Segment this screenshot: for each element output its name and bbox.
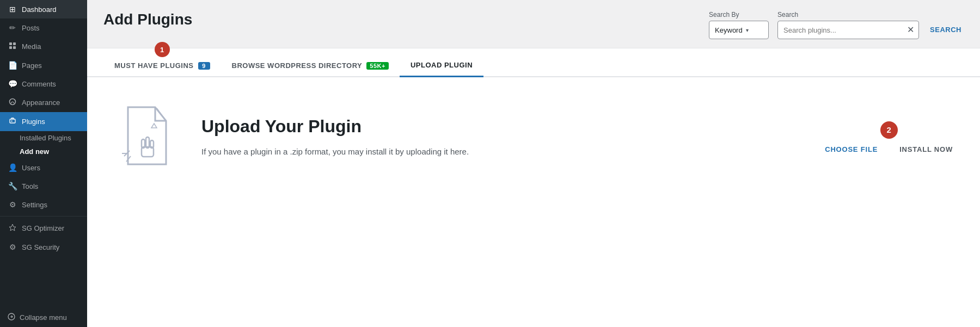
sidebar-item-label: Appearance [22, 98, 60, 107]
dashboard-icon: ⊞ [8, 5, 17, 14]
sidebar-item-label: Tools [22, 182, 38, 190]
plugins-submenu: Installed Plugins Add new [0, 131, 87, 158]
upload-section: Upload Your Plugin If you have a plugin … [87, 77, 980, 197]
upload-badge-2: 2 [880, 121, 898, 139]
svg-marker-16 [151, 124, 157, 128]
page-title: Add Plugins [103, 11, 192, 28]
svg-rect-3 [13, 46, 16, 49]
sidebar-item-label: SG Optimizer [22, 224, 64, 232]
users-icon: 👤 [8, 163, 17, 172]
upload-text: Upload Your Plugin If you have a plugin … [201, 116, 803, 158]
plugins-icon [8, 117, 17, 126]
choose-file-button[interactable]: CHOOSE FILE [825, 145, 878, 153]
sidebar-item-sg-security[interactable]: ⚙ SG Security [0, 238, 87, 256]
svg-rect-0 [9, 42, 12, 45]
svg-marker-7 [9, 224, 16, 231]
sidebar-item-sg-optimizer[interactable]: SG Optimizer [0, 219, 87, 238]
search-by-label: Search By [709, 11, 769, 18]
sidebar-item-tools[interactable]: 🔧 Tools [0, 177, 87, 195]
file-action-buttons: CHOOSE FILE INSTALL NOW [825, 145, 953, 153]
collapse-label: Collapse menu [20, 313, 67, 322]
main-content: Add Plugins Search By Keyword ▾ Search ✕… [87, 0, 980, 327]
tools-icon: 🔧 [8, 182, 17, 190]
search-input-group: Search ✕ [777, 11, 919, 39]
tab-badge-1: 1 [155, 42, 170, 57]
collapse-icon [8, 313, 15, 322]
comments-icon: 💬 [8, 79, 17, 88]
sidebar-item-label: Settings [22, 201, 47, 209]
tab-label: UPLOAD PLUGIN [411, 61, 473, 69]
sidebar-item-label: Plugins [22, 118, 45, 126]
sidebar-item-label: Posts [22, 24, 40, 32]
sidebar-item-comments[interactable]: 💬 Comments [0, 75, 87, 93]
sidebar-item-posts[interactable]: ✏ Posts [0, 18, 87, 37]
sidebar-item-label: Media [22, 42, 41, 51]
browse-count-badge: 55K+ [366, 62, 389, 70]
search-input[interactable] [778, 26, 903, 34]
tab-upload-plugin[interactable]: UPLOAD PLUGIN [400, 53, 483, 77]
svg-rect-1 [13, 42, 16, 45]
search-input-wrap: ✕ [777, 21, 919, 39]
sg-security-icon: ⚙ [8, 243, 17, 251]
settings-icon: ⚙ [8, 200, 17, 209]
must-have-count-badge: 9 [198, 62, 210, 70]
tab-browse-directory[interactable]: BROWSE WORDPRESS DIRECTORY 55K+ [221, 54, 400, 76]
tab-label: BROWSE WORDPRESS DIRECTORY [232, 61, 363, 70]
svg-rect-2 [9, 46, 12, 49]
sidebar-separator [0, 216, 87, 217]
upload-actions: 2 CHOOSE FILE INSTALL NOW [825, 121, 953, 153]
collapse-menu-button[interactable]: Collapse menu [0, 308, 87, 327]
sg-optimizer-icon [8, 224, 17, 233]
upload-description: If you have a plugin in a .zip format, y… [201, 145, 803, 158]
tab-must-have-plugins[interactable]: 1 MUST HAVE PLUGINS 9 [103, 48, 221, 76]
install-now-button[interactable]: INSTALL NOW [899, 145, 953, 153]
sidebar-item-plugins[interactable]: Plugins [0, 112, 87, 131]
upload-icon [114, 102, 180, 172]
sidebar-item-label: Dashboard [22, 5, 57, 14]
media-icon [8, 42, 17, 51]
sidebar-item-appearance[interactable]: Appearance [0, 93, 87, 112]
pages-icon: 📄 [8, 61, 17, 70]
svg-rect-5 [10, 119, 15, 123]
search-label: Search [777, 11, 919, 18]
search-area: Search By Keyword ▾ Search ✕ SEARCH [709, 11, 964, 39]
sidebar-item-label: Users [22, 164, 40, 172]
chevron-down-icon: ▾ [746, 27, 749, 33]
search-button[interactable]: SEARCH [928, 21, 964, 38]
svg-rect-6 [11, 121, 13, 122]
sidebar-item-settings[interactable]: ⚙ Settings [0, 195, 87, 214]
submenu-installed-plugins[interactable]: Installed Plugins [0, 131, 87, 145]
posts-icon: ✏ [8, 23, 17, 32]
sidebar-item-label: Comments [22, 80, 56, 88]
sidebar: ⊞ Dashboard ✏ Posts Media 📄 Pages 💬 Comm… [0, 0, 87, 327]
submenu-add-new[interactable]: Add new [0, 145, 87, 158]
keyword-select[interactable]: Keyword ▾ [709, 21, 769, 39]
topbar: Add Plugins Search By Keyword ▾ Search ✕… [87, 0, 980, 48]
sidebar-item-label: Pages [22, 61, 42, 70]
clear-search-button[interactable]: ✕ [903, 26, 918, 34]
upload-title: Upload Your Plugin [201, 116, 803, 137]
search-by-group: Search By Keyword ▾ [709, 11, 769, 39]
sidebar-item-label: SG Security [22, 243, 59, 251]
tab-label: MUST HAVE PLUGINS [114, 61, 194, 70]
tabs-bar: 1 MUST HAVE PLUGINS 9 BROWSE WORDPRESS D… [87, 48, 980, 77]
keyword-label: Keyword [715, 26, 743, 34]
sidebar-item-users[interactable]: 👤 Users [0, 158, 87, 177]
sidebar-item-pages[interactable]: 📄 Pages [0, 56, 87, 75]
sidebar-item-dashboard[interactable]: ⊞ Dashboard [0, 0, 87, 18]
appearance-icon [8, 98, 17, 107]
sidebar-item-media[interactable]: Media [0, 37, 87, 56]
content-area: Upload Your Plugin If you have a plugin … [87, 77, 980, 327]
